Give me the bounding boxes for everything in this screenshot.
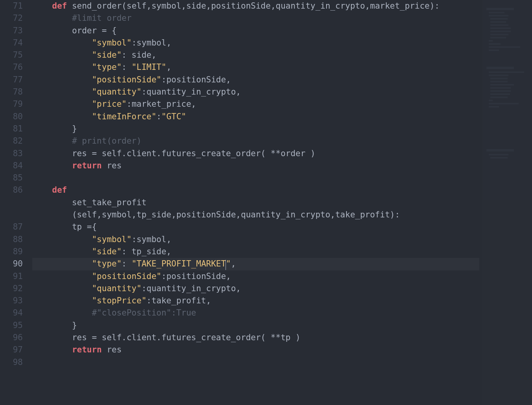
code-token bbox=[32, 38, 92, 47]
code-line[interactable]: def send_order(self,symbol,side,position… bbox=[32, 0, 479, 12]
code-line[interactable]: "positionSide":positionSide, bbox=[32, 74, 479, 86]
code-token: "positionSide" bbox=[92, 75, 161, 84]
code-token: " bbox=[226, 259, 231, 268]
code-line[interactable]: #"closePosition":True bbox=[32, 307, 479, 319]
code-token: order = { bbox=[32, 26, 117, 35]
line-number-gutter: 7172737475767778798081828384858687888990… bbox=[0, 0, 32, 405]
code-token: res = self.client.futures_create_order( … bbox=[32, 149, 316, 158]
code-line[interactable]: def bbox=[32, 184, 479, 196]
code-token bbox=[32, 50, 92, 60]
code-line[interactable]: "price":market_price, bbox=[32, 98, 479, 110]
code-token: "type" bbox=[92, 62, 122, 72]
code-token: , bbox=[166, 62, 171, 72]
line-number: 92 bbox=[0, 283, 23, 295]
line-number: 83 bbox=[0, 148, 23, 160]
code-token: send_order bbox=[72, 1, 121, 11]
code-line[interactable]: "side": tp_side, bbox=[32, 246, 479, 258]
code-token: :positionSide, bbox=[161, 75, 231, 84]
line-number bbox=[0, 197, 23, 209]
code-token: set_take_profit bbox=[32, 198, 147, 207]
code-token bbox=[32, 296, 92, 305]
line-number: 71 bbox=[0, 0, 23, 12]
code-token bbox=[32, 99, 92, 109]
code-token: } bbox=[32, 321, 77, 330]
line-number: 78 bbox=[0, 86, 23, 98]
code-token bbox=[32, 62, 92, 72]
minimap[interactable] bbox=[482, 0, 532, 405]
code-token bbox=[32, 75, 92, 84]
code-line[interactable]: "symbol":symbol, bbox=[32, 234, 479, 246]
code-line[interactable]: } bbox=[32, 123, 479, 135]
code-token: "quantity" bbox=[92, 87, 141, 97]
code-line[interactable] bbox=[32, 172, 479, 184]
line-number: 72 bbox=[0, 12, 23, 24]
code-token bbox=[32, 235, 92, 244]
code-line[interactable]: "timeInForce":"GTC" bbox=[32, 111, 479, 123]
line-number: 80 bbox=[0, 111, 23, 123]
line-number: 94 bbox=[0, 307, 23, 319]
code-token bbox=[32, 87, 92, 97]
code-line[interactable]: set_take_profit bbox=[32, 197, 479, 209]
code-token bbox=[32, 136, 72, 146]
code-token: def bbox=[52, 1, 67, 11]
code-line[interactable]: return res bbox=[32, 344, 479, 356]
code-line[interactable]: "positionSide":positionSide, bbox=[32, 270, 479, 283]
code-token: res bbox=[102, 345, 122, 354]
code-line[interactable]: res = self.client.futures_create_order( … bbox=[32, 148, 479, 160]
code-line[interactable] bbox=[32, 356, 479, 369]
code-line[interactable]: "quantity":quantity_in_crypto, bbox=[32, 86, 479, 98]
code-line[interactable]: "side": side, bbox=[32, 49, 479, 61]
line-number: 95 bbox=[0, 319, 23, 332]
code-line[interactable]: order = { bbox=[32, 25, 479, 37]
line-number: 85 bbox=[0, 172, 23, 184]
code-token: : bbox=[156, 112, 161, 121]
code-line[interactable]: "type": "LIMIT", bbox=[32, 61, 479, 73]
code-token: :symbol, bbox=[132, 235, 171, 244]
line-number: 76 bbox=[0, 61, 23, 73]
line-number: 90 bbox=[0, 258, 23, 270]
code-line[interactable]: "quantity":quantity_in_crypto, bbox=[32, 283, 479, 295]
code-token: :market_price, bbox=[127, 99, 196, 109]
code-line[interactable]: } bbox=[32, 319, 479, 332]
code-line[interactable]: #limit order bbox=[32, 12, 479, 24]
code-token: "timeInForce" bbox=[92, 112, 156, 121]
code-token: "type" bbox=[92, 259, 122, 268]
code-token: "price" bbox=[92, 99, 127, 109]
code-token bbox=[32, 308, 92, 317]
line-number: 97 bbox=[0, 344, 23, 356]
code-line[interactable]: # print(order) bbox=[32, 135, 479, 147]
code-line[interactable]: return res bbox=[32, 160, 479, 172]
code-token: return bbox=[72, 345, 102, 354]
code-token: "TAKE_PROFIT_MARKET bbox=[132, 259, 226, 268]
code-token: , bbox=[231, 259, 236, 268]
code-line[interactable]: "symbol":symbol, bbox=[32, 37, 479, 49]
line-number: 84 bbox=[0, 160, 23, 172]
code-token: #"closePosition":True bbox=[92, 308, 196, 317]
code-area[interactable]: def send_order(self,symbol,side,position… bbox=[32, 0, 479, 369]
code-token: (self,symbol,side,positionSide,quantity_… bbox=[122, 1, 440, 11]
code-token bbox=[32, 247, 92, 256]
code-token: "side" bbox=[92, 247, 122, 256]
code-token: :quantity_in_crypto, bbox=[141, 87, 241, 97]
code-token: "positionSide" bbox=[92, 272, 161, 281]
code-token: return bbox=[72, 161, 102, 170]
code-line[interactable]: "stopPrice":take_profit, bbox=[32, 295, 479, 307]
code-token bbox=[32, 272, 92, 281]
code-editor[interactable]: 7172737475767778798081828384858687888990… bbox=[0, 0, 532, 405]
code-line[interactable]: res = self.client.futures_create_order( … bbox=[32, 332, 479, 344]
line-number: 86 bbox=[0, 184, 23, 196]
code-token: } bbox=[32, 124, 77, 133]
code-token: "symbol" bbox=[92, 235, 132, 244]
code-token: res = self.client.futures_create_order( … bbox=[32, 333, 301, 342]
code-line[interactable]: (self,symbol,tp_side,positionSide,quanti… bbox=[32, 209, 479, 221]
code-token: "quantity" bbox=[92, 284, 141, 293]
code-token bbox=[32, 259, 92, 268]
line-number: 87 bbox=[0, 221, 23, 233]
code-token: tp ={ bbox=[32, 222, 97, 232]
code-token bbox=[32, 345, 72, 354]
code-line[interactable]: "type": "TAKE_PROFIT_MARKET", bbox=[32, 258, 479, 270]
code-token bbox=[32, 13, 72, 23]
code-token bbox=[67, 1, 72, 11]
code-token: :quantity_in_crypto, bbox=[141, 284, 241, 293]
code-line[interactable]: tp ={ bbox=[32, 221, 479, 233]
